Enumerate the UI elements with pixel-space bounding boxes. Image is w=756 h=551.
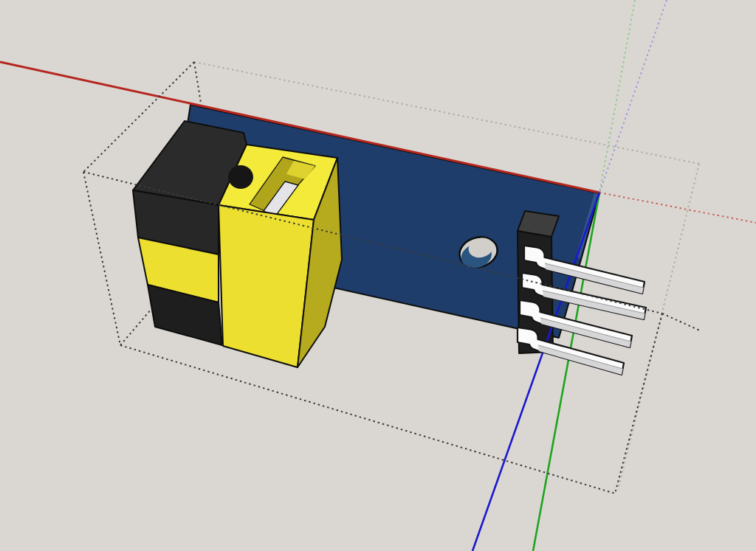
viewport-canvas[interactable]	[0, 0, 756, 551]
sensor-notch	[228, 165, 253, 189]
viewport[interactable]	[0, 0, 756, 551]
